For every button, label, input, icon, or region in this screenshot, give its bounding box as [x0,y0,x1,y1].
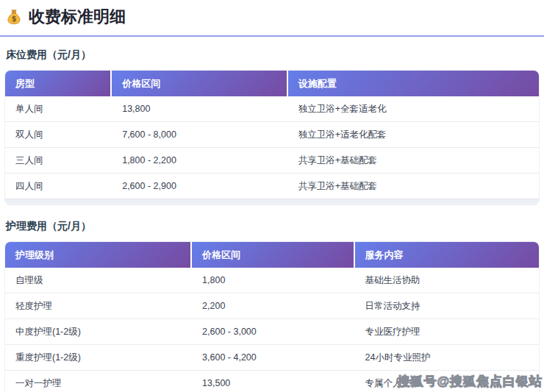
table-cell: 3,600 - 4,200 [192,345,354,371]
nursing-fee-section: 护理费用（元/月） 护理级别价格区间服务内容 自理级1,800基础生活协助轻度护… [4,220,540,392]
nursing-fee-table: 护理级别价格区间服务内容 自理级1,800基础生活协助轻度护理2,200日常活动… [4,241,540,392]
table-cell: 独立卫浴+适老化配套 [288,122,539,148]
table-cell: 日常活动支持 [355,293,539,319]
table-header-row: 房型价格区间设施配置 [5,71,539,96]
table-cell: 2,200 [192,293,354,319]
page-title: $ 收费标准明细 [6,7,540,26]
table-row: 四人间2,600 - 2,900共享卫浴+基础配套 [5,174,539,199]
table-cell: 13,500 [192,371,354,392]
table-cell: 1,800 [192,268,354,293]
column-header: 护理级别 [5,242,192,268]
table-cell: 双人间 [5,122,112,148]
table-cell: 共享卫浴+基础配套 [288,174,539,199]
title-divider [0,35,544,37]
table-cell: 1,800 - 2,200 [112,148,288,174]
table-cell: 一对一护理 [5,371,192,392]
table-row: 自理级1,800基础生活协助 [5,268,539,293]
fee-detail-page: $ 收费标准明细 床位费用（元/月） 房型价格区间设施配置 单人间13,800独… [0,0,544,392]
table-cell: 中度护理(1-2级) [5,319,192,345]
table-cell: 四人间 [5,174,112,199]
table-row: 单人间13,800独立卫浴+全套适老化 [5,96,539,122]
table-cell: 基础生活协助 [355,268,539,293]
table-cell: 轻度护理 [5,293,192,319]
bed-fee-table: 房型价格区间设施配置 单人间13,800独立卫浴+全套适老化双人间7,600 -… [4,70,540,205]
table-cell: 24小时专业照护 [355,345,539,371]
table-cell: 7,600 - 8,000 [112,122,288,148]
table-cell: 独立卫浴+全套适老化 [288,96,539,122]
column-header: 价格区间 [112,71,288,96]
table-header-row: 护理级别价格区间服务内容 [5,242,539,268]
table-row: 三人间1,800 - 2,200共享卫浴+基础配套 [5,148,539,174]
table-cell: 共享卫浴+基础配套 [288,148,539,174]
table-cell: 2,600 - 3,000 [192,319,354,345]
table-cell: 13,800 [112,96,288,122]
section-heading-bed-fees: 床位费用（元/月） [6,49,540,60]
svg-text:$: $ [12,15,17,23]
column-header: 房型 [5,71,112,96]
nursing-fee-table-grid: 护理级别价格区间服务内容 自理级1,800基础生活协助轻度护理2,200日常活动… [5,242,539,392]
money-bag-icon: $ [6,9,22,25]
column-header: 价格区间 [192,242,354,268]
table-cell: 重度护理(1-2级) [5,345,192,371]
table-cell: 2,600 - 2,900 [112,174,288,199]
table-cell: 三人间 [5,148,112,174]
page-title-text: 收费标准明细 [29,7,126,26]
table-cell: 自理级 [5,268,192,293]
bed-fee-section: 床位费用（元/月） 房型价格区间设施配置 单人间13,800独立卫浴+全套适老化… [4,49,540,205]
table-row: 轻度护理2,200日常活动支持 [5,293,539,319]
watermark: 搜狐号@搜狐焦点白银站 [397,373,543,390]
bed-fee-table-body: 单人间13,800独立卫浴+全套适老化双人间7,600 - 8,000独立卫浴+… [5,96,539,199]
table-cell: 专业医疗护理 [355,319,539,345]
column-header: 设施配置 [288,71,539,96]
table-row: 重度护理(1-2级)3,600 - 4,20024小时专业照护 [5,345,539,371]
table-row: 中度护理(1-2级)2,600 - 3,000专业医疗护理 [5,319,539,345]
table-row: 双人间7,600 - 8,000独立卫浴+适老化配套 [5,122,539,148]
column-header: 服务内容 [355,242,539,268]
section-heading-nursing-fees: 护理费用（元/月） [6,220,540,232]
table-cell: 单人间 [5,96,112,122]
bed-fee-table-grid: 房型价格区间设施配置 单人间13,800独立卫浴+全套适老化双人间7,600 -… [5,71,539,199]
